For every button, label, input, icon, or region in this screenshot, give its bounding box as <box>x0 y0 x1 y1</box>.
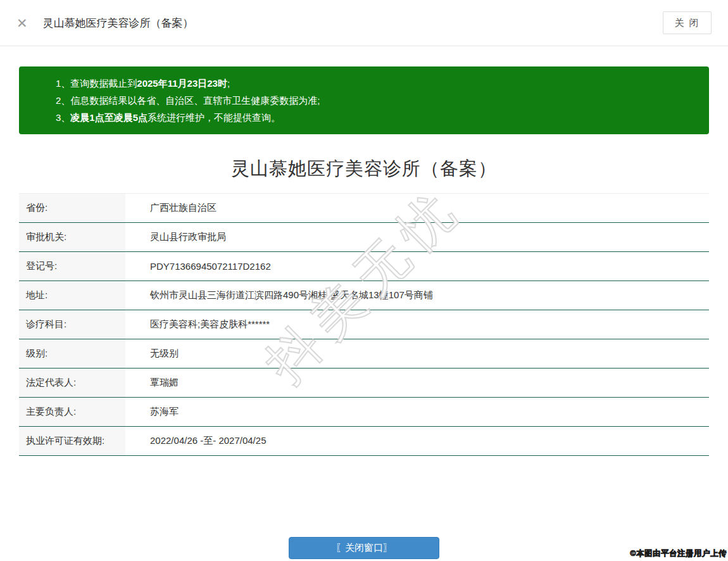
notice-item-text: ; <box>227 78 230 89</box>
modal-header: ✕ 灵山慕她医疗美容诊所（备案） 关 闭 <box>0 0 728 46</box>
table-row-approval-authority: 审批机关: 灵山县行政审批局 <box>19 223 709 252</box>
copyright-watermark: ©本图由平台注册用户上传 <box>630 548 727 559</box>
notice-item: 1、查询数据截止到2025年11月23日23时; <box>56 75 696 92</box>
row-label: 执业许可证有效期: <box>19 427 125 455</box>
table-row-level: 级别: 无级别 <box>19 339 709 369</box>
row-label: 主要负责人: <box>19 398 125 426</box>
table-row-address: 地址: 钦州市灵山县三海街道江滨四路490号湘桂·盛天名城13幢107号商铺 <box>19 281 709 310</box>
row-value: 医疗美容科;美容皮肤科****** <box>125 310 709 339</box>
row-label: 法定代表人: <box>19 369 125 397</box>
notice-item-number: 1、 <box>56 78 70 89</box>
row-value: 2022/04/26 -至- 2027/04/25 <box>125 427 709 455</box>
notice-item-bold-text: 凌晨1点至凌晨5点 <box>70 112 147 123</box>
footer: 〖关闭窗口〗 <box>0 537 728 559</box>
header-title: 灵山慕她医疗美容诊所（备案） <box>43 16 194 30</box>
row-label: 审批机关: <box>19 223 125 251</box>
row-label: 级别: <box>19 339 125 368</box>
row-value: 钦州市灵山县三海街道江滨四路490号湘桂·盛天名城13幢107号商铺 <box>125 281 709 310</box>
notice-item: 3、凌晨1点至凌晨5点系统进行维护，不能提供查询。 <box>56 109 696 126</box>
row-value: 苏海军 <box>125 398 709 426</box>
table-row-registration-number: 登记号: PDY71366945072117D2162 <box>19 252 709 281</box>
notice-item-text: 系统进行维护，不能提供查询。 <box>147 112 280 123</box>
row-value: 广西壮族自治区 <box>125 194 709 222</box>
table-row-main-person-in-charge: 主要负责人: 苏海军 <box>19 398 709 427</box>
notice-item-text: 查询数据截止到 <box>70 78 137 89</box>
notice-item-text: 信息数据结果以各省、自治区、直辖市卫生健康委数据为准; <box>70 95 320 106</box>
notice-item: 2、信息数据结果以各省、自治区、直辖市卫生健康委数据为准; <box>56 92 696 109</box>
row-label: 登记号: <box>19 252 125 280</box>
table-row-legal-representative: 法定代表人: 覃瑞媚 <box>19 369 709 398</box>
notice-item-bold-text: 2025年11月23日23时 <box>137 78 227 89</box>
table-row-license-validity: 执业许可证有效期: 2022/04/26 -至- 2027/04/25 <box>19 427 709 456</box>
row-value: 灵山县行政审批局 <box>125 223 709 251</box>
row-label: 地址: <box>19 281 125 310</box>
header-close-button[interactable]: 关 闭 <box>663 11 712 34</box>
notice-item-number: 3、 <box>56 112 70 123</box>
table-row-medical-subjects: 诊疗科目: 医疗美容科;美容皮肤科****** <box>19 310 709 339</box>
row-value: PDY71366945072117D2162 <box>125 252 709 280</box>
row-value: 无级别 <box>125 339 709 368</box>
notice-item-number: 2、 <box>56 95 70 106</box>
row-label: 省份: <box>19 194 125 222</box>
notice-box: 1、查询数据截止到2025年11月23日23时; 2、信息数据结果以各省、自治区… <box>19 66 709 134</box>
row-value: 覃瑞媚 <box>125 369 709 397</box>
close-window-button[interactable]: 〖关闭窗口〗 <box>289 537 439 559</box>
close-icon[interactable]: ✕ <box>16 16 28 30</box>
table-row-province: 省份: 广西壮族自治区 <box>19 194 709 223</box>
info-table: 省份: 广西壮族自治区 审批机关: 灵山县行政审批局 登记号: PDY71366… <box>19 193 709 456</box>
row-label: 诊疗科目: <box>19 310 125 339</box>
page-title: 灵山慕她医疗美容诊所（备案） <box>0 156 728 182</box>
